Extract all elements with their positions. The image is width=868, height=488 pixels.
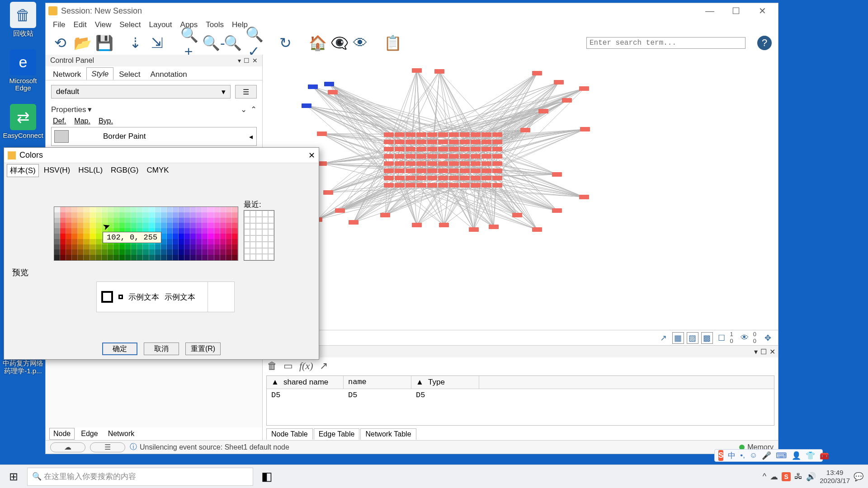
ime-person-icon[interactable]: 👤 [792, 451, 801, 460]
network-node[interactable] [416, 176, 426, 180]
network-node[interactable] [427, 154, 437, 159]
expand-icon[interactable]: ⌄ [241, 105, 247, 114]
network-node[interactable] [492, 132, 502, 137]
network-node[interactable] [460, 154, 470, 159]
taskbar-search[interactable]: 🔍 在这里输入你要搜索的内容 [27, 468, 253, 486]
tab-hsv[interactable]: HSV(H) [41, 164, 74, 176]
network-node[interactable] [323, 190, 333, 195]
tab-rgb[interactable]: RGB(G) [108, 164, 142, 176]
network-node[interactable] [438, 132, 448, 137]
network-node[interactable] [460, 161, 470, 166]
tab-style[interactable]: Style [86, 67, 113, 80]
import-table-icon[interactable]: ⇲ [149, 34, 165, 52]
network-node[interactable] [384, 147, 394, 151]
network-node[interactable] [460, 176, 470, 180]
minimize-button[interactable]: — [697, 3, 723, 19]
show-icon[interactable]: 👁 [352, 35, 368, 52]
network-node[interactable] [416, 154, 426, 159]
network-node[interactable] [481, 183, 491, 188]
ime-toolbar[interactable]: S 中 •, ☺ 🎤 ⌨ 👤 👕 🧰 [714, 449, 823, 462]
network-node[interactable] [427, 169, 437, 173]
ime-skin-icon[interactable]: 👕 [806, 451, 815, 460]
ime-emoji[interactable]: ☺ [750, 451, 757, 460]
tab-network[interactable]: Network [48, 68, 85, 80]
menu-tools[interactable]: Tools [202, 19, 227, 30]
network-node[interactable] [438, 169, 448, 173]
network-node[interactable] [380, 213, 390, 217]
subtab-node[interactable]: Node [49, 428, 75, 440]
network-node[interactable] [438, 140, 448, 144]
network-node[interactable] [412, 68, 422, 73]
network-node[interactable] [471, 183, 481, 188]
network-canvas[interactable] [263, 55, 778, 330]
tray-chevron-icon[interactable]: ^ [763, 472, 766, 481]
tab-select[interactable]: Select [114, 68, 145, 80]
tab-edge-table[interactable]: Edge Table [314, 428, 360, 440]
network-node[interactable] [492, 176, 502, 180]
network-node[interactable] [552, 208, 562, 213]
network-node[interactable] [449, 169, 459, 173]
network-node[interactable] [460, 147, 470, 151]
network-node[interactable] [471, 169, 481, 173]
network-node[interactable] [492, 154, 502, 159]
network-node[interactable] [427, 161, 437, 166]
columns-icon[interactable]: ▭ [283, 360, 293, 372]
network-node[interactable] [532, 71, 542, 75]
color-swatch[interactable] [54, 130, 69, 143]
tray-notifications-icon[interactable]: 💬 [854, 472, 863, 482]
network-node[interactable] [579, 86, 589, 91]
save-icon[interactable]: 💾 [95, 34, 112, 52]
network-node[interactable] [384, 183, 394, 188]
ime-toolbox-icon[interactable]: 🧰 [820, 451, 829, 460]
tab-network-table[interactable]: Network Table [360, 428, 416, 440]
subtab-edge[interactable]: Edge [77, 428, 101, 439]
network-node[interactable] [416, 169, 426, 173]
network-node[interactable] [579, 195, 589, 199]
network-node[interactable] [554, 80, 564, 84]
network-node[interactable] [335, 208, 345, 213]
network-node[interactable] [395, 183, 405, 188]
network-node[interactable] [520, 128, 530, 132]
network-node[interactable] [384, 169, 394, 173]
tray-onedrive-icon[interactable]: ☁ [770, 472, 778, 482]
new-network-icon[interactable]: ⟲ [52, 34, 68, 52]
network-node[interactable] [449, 154, 459, 159]
network-node[interactable] [412, 223, 422, 227]
ime-mode[interactable]: 中 [728, 450, 736, 461]
network-node[interactable] [439, 223, 449, 227]
grid-tool-3-icon[interactable]: ▩ [701, 332, 713, 344]
tab-swatches[interactable]: 样本(S) [7, 164, 39, 177]
network-node[interactable] [438, 154, 448, 159]
network-node[interactable] [427, 132, 437, 137]
tp-float-icon[interactable]: ☐ [760, 347, 767, 356]
network-node[interactable] [492, 183, 502, 188]
network-node[interactable] [492, 147, 502, 151]
network-node[interactable] [406, 154, 415, 159]
network-node[interactable] [481, 132, 491, 137]
tp-dropdown-icon[interactable]: ▾ [754, 347, 758, 356]
sort-icon[interactable]: ▲ [416, 378, 424, 386]
home-icon[interactable]: 🏠 [309, 34, 325, 52]
zoom-out-icon[interactable]: 🔍- [202, 34, 218, 52]
ime-keyboard-icon[interactable]: ⌨ [776, 451, 787, 460]
maximize-button[interactable]: ☐ [723, 3, 749, 19]
network-node[interactable] [481, 176, 491, 180]
network-node[interactable] [395, 132, 405, 137]
network-node[interactable] [512, 213, 522, 217]
network-node[interactable] [481, 147, 491, 151]
network-node[interactable] [449, 161, 459, 166]
help-icon[interactable]: ? [757, 36, 772, 50]
network-node[interactable] [406, 132, 415, 137]
locate-icon[interactable]: ✥ [762, 332, 774, 344]
network-node[interactable] [427, 183, 437, 188]
network-node[interactable] [416, 183, 426, 188]
network-node[interactable] [449, 176, 459, 180]
network-node[interactable] [492, 140, 502, 144]
network-node[interactable] [406, 161, 415, 166]
network-node[interactable] [395, 154, 405, 159]
network-node[interactable] [481, 161, 491, 166]
network-node[interactable] [406, 147, 415, 151]
cp-close-icon[interactable]: ✕ [252, 57, 258, 64]
expand-arrow-icon[interactable]: ◂ [245, 132, 256, 141]
network-node[interactable] [317, 131, 327, 136]
